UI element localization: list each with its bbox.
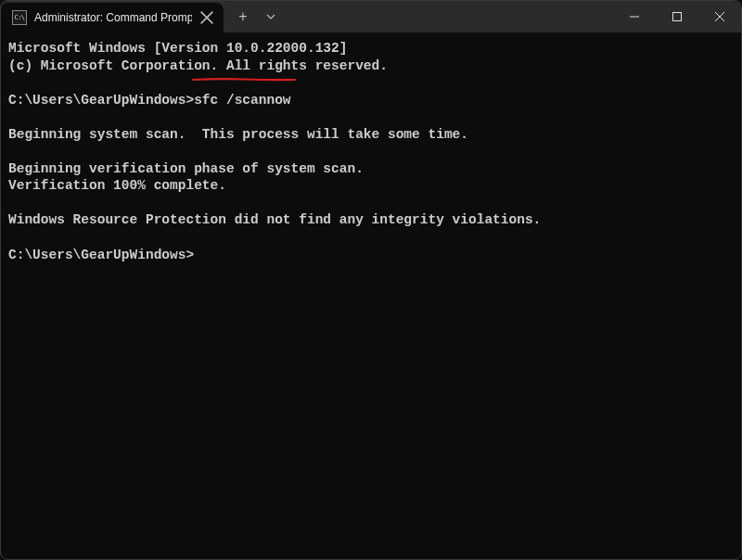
tab-title: Administrator: Command Promp (34, 11, 192, 24)
annotation-underline (192, 70, 296, 75)
prompt-path: C:\Users\GearUpWindows> (8, 248, 194, 262)
terminal-output[interactable]: Microsoft Windows [Version 10.0.22000.13… (1, 32, 741, 271)
command-entered: sfc /scannow (194, 93, 290, 108)
new-tab-button[interactable]: + (229, 2, 257, 32)
result-line: Windows Resource Protection did not find… (8, 212, 541, 227)
tab-area: C:\ Administrator: Command Promp + (1, 1, 285, 32)
version-line: Microsoft Windows [Version 10.0.22000.13… (8, 41, 347, 56)
verification-phase-line: Beginning verification phase of system s… (8, 161, 364, 176)
tab-close-button[interactable] (199, 10, 214, 25)
tab-dropdown-button[interactable] (257, 2, 285, 32)
prompt-path: C:\Users\GearUpWindows> (8, 93, 194, 108)
minimize-button[interactable] (613, 1, 656, 32)
tab-controls: + (224, 1, 285, 32)
scan-begin-line: Beginning system scan. This process will… (8, 127, 468, 142)
tab-command-prompt[interactable]: C:\ Administrator: Command Promp (1, 3, 224, 32)
window-controls (613, 1, 741, 32)
maximize-button[interactable] (656, 1, 698, 32)
close-button[interactable] (698, 1, 741, 32)
cmd-icon: C:\ (12, 10, 27, 25)
title-bar: C:\ Administrator: Command Promp + (1, 1, 741, 32)
svg-rect-0 (673, 13, 682, 21)
verification-complete-line: Verification 100% complete. (8, 178, 226, 193)
